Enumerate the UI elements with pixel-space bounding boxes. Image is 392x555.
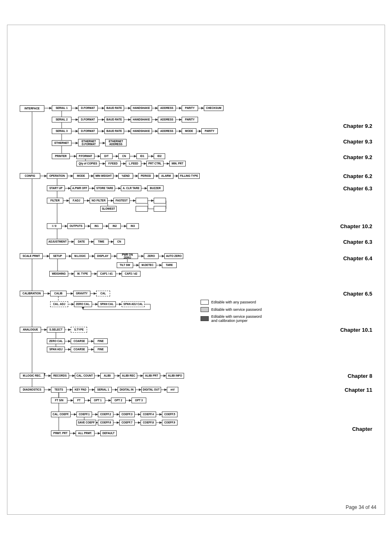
legend: Editable with any password Editable with… [201,300,266,324]
node-cal: CAL [96,291,110,296]
node-date: DATE [74,239,89,245]
node-alarm: ALARM [159,173,173,179]
legend-box-white [201,300,209,305]
node-zero_cal2: ZERO CAL [47,338,65,344]
node-tare: TARE [162,262,177,268]
node-save_coeff: SAVE COEFF [76,420,96,426]
page-container: INTERFACESERIAL 1D.FORMATBAUD RATEHANDSH… [7,25,385,515]
node-serial1_d: SERIAL 1 [95,387,112,393]
node-filter_box2 [154,198,166,204]
node-digital_in: DIGITAL IN [118,387,136,393]
node-prt_ctrl: PRT CTRL [146,161,164,166]
chapter-6-5: Chapter 6.5 [343,291,372,297]
node-serial3: SERIAL 3 [52,128,71,134]
node-all_prmt: ALL PRMT. [76,430,95,436]
node-cn_adj: CN [113,239,125,245]
node-dformat1: D.FORMAT [78,105,98,111]
chapter-9-2-a: Chapter 9.2 [343,123,372,129]
node-buzzer: BUZZER [147,185,164,191]
chapter-6-4: Chapter 6.4 [343,255,372,261]
node-ft: FT [73,398,85,403]
node-display: DISPLAY [95,253,111,259]
node-address1: ADDRESS [158,105,176,111]
node-tilt_sw: TILT SW [117,262,133,268]
node-filter_box3 [136,206,148,212]
node-calib: CALIB [50,291,67,296]
node-alibi_rec: ALIBI REC [120,373,137,379]
node-ffeed: F.FEED [105,161,121,166]
node-io: I / 0 [47,223,62,229]
node-coeff4: COEFF.4 [141,412,156,417]
node-coeff8: COEFF.8 [141,420,156,426]
chapter-11: Chapter 11 [345,387,372,393]
chapter-10-2: Chapter 10.2 [340,223,372,229]
node-cap2: CAP2 / d2 [122,271,141,277]
node-pend: %END [118,173,133,179]
node-lfeed: L.FEED [126,161,141,166]
node-parity1: PARITY [182,105,198,111]
node-handshake3: HANDSHAKE [131,128,152,134]
node-s_select: S.SELECT [47,327,65,333]
legend-item-2: Editable with service password [201,307,266,312]
node-s_type: S.TYPE [71,327,87,333]
legend-text-2: Editable with service password [211,308,262,312]
node-coeff2: COEFF.2 [98,412,113,417]
node-coeff6: COEFF.6 [98,420,113,426]
chapter-6-3-b: Chapter 6.3 [343,239,372,245]
node-analogue: ANALOGUE [20,327,41,333]
node-id1: ID1 [136,153,148,159]
node-alibi_info: ALIBI INFO [166,373,184,379]
chapter-10-1: Chapter 10.1 [340,327,372,333]
node-outputs: OUTPUTS [67,223,85,229]
node-dformat3: D.FORMAT [78,128,98,134]
node-period: PERIOD [138,173,154,179]
node-fine2: FINE [94,347,108,352]
node-cap1: CAP1 / d1 [97,271,116,277]
chapter-last: Chapter [352,426,372,432]
node-baudrate3: BAUD RATE [104,128,124,134]
chapter-9-3: Chapter 9.3 [343,139,372,145]
node-handshake1: HANDSHAKE [131,105,152,111]
legend-item-1: Editable with any password [201,300,266,305]
node-span_cal: SPAN CAL [98,301,116,307]
node-coeff9: COEFF.9 [162,420,178,426]
node-min_prt: MIN. PRT [169,161,186,166]
node-serial2: SERIAL 2 [52,117,71,123]
node-operation: OPERATION [47,173,67,179]
node-eth_address: ETHERNET ADDRESS [105,139,127,146]
node-address2: ADDRESS [158,117,176,123]
node-coarse2: COARSE [71,347,88,352]
chapter-6-3-a: Chapter 6.3 [343,185,372,192]
node-qty_copies: Qty of COPIES [76,161,99,166]
node-diagnostics: DIAGNOSTICS [20,387,44,393]
node-w_type: W. TYPE [74,271,91,277]
node-fine1: FINE [94,338,108,344]
node-filling_type: FILLING TYPE [178,173,200,179]
node-dt: D/T [100,153,113,159]
node-startup: START UP [47,185,65,191]
node-setup: SETUP [49,253,66,259]
node-mode_op: MODE [73,173,89,179]
node-dformat2: D.FORMAT [78,117,98,123]
node-in3: IN3 [127,223,139,229]
node-interface: INTERFACE [20,105,44,112]
node-mdetec: M.DETEC [139,262,156,268]
node-coeff3: COEFF.3 [119,412,135,417]
node-gravity: GRAVITY [73,291,90,296]
node-zero_cal: ZERO CAL. [74,301,92,307]
node-baudrate1: BAUD RATE [104,105,124,111]
node-opt2: OPT 2 [111,398,126,403]
node-config: CONFIG [20,173,40,179]
legend-box-dark [201,316,209,321]
node-cal_adj: CAL. ADJ [50,301,68,307]
node-filter_box1 [136,198,148,204]
node-span_adj: SPAN ADJ [47,347,65,352]
node-auto_zero: AUTO ZERO [164,253,183,259]
node-scale_prmt: SCALE PRMT [20,253,43,259]
legend-text-3: Editable with service password and calib… [211,314,266,323]
legend-text-1: Editable with any password [211,300,256,304]
node-serial1: SERIAL 1 [52,105,71,111]
node-coeff5: COEFF.5 [162,412,178,417]
chapter-8: Chapter 8 [348,373,372,379]
node-cal_coeff: CAL. COEFF. [51,412,71,417]
